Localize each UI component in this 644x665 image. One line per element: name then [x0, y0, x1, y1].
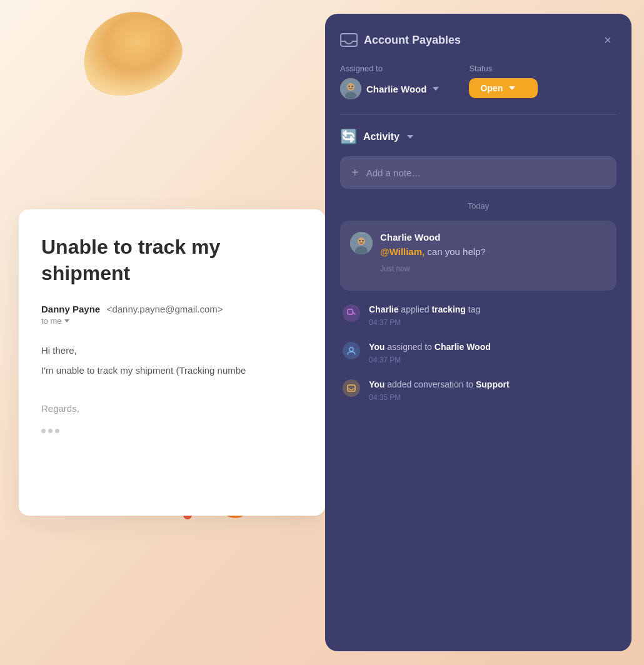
to-me-label[interactable]: to me: [41, 316, 303, 326]
activity-emoji-icon: 🔄: [340, 129, 357, 145]
activity-text-assign: You assigned to Charlie Wood 04:37 PM: [369, 341, 616, 364]
email-greeting: Hi there,: [41, 343, 303, 358]
comment-avatar: [350, 232, 373, 254]
add-note-text: Add a note…: [366, 168, 421, 178]
email-regards: Regards,: [41, 403, 303, 414]
to-me-chevron-icon: [64, 319, 69, 322]
add-note-plus-icon: +: [351, 166, 359, 179]
comment-text: @William, can you help?: [380, 245, 606, 259]
svg-point-5: [351, 86, 353, 87]
activity-chevron-icon: [407, 135, 413, 139]
svg-point-3: [345, 92, 356, 99]
email-body-text: I'm unable to track my shipment (Trackin…: [41, 363, 303, 378]
panel-title: Account Payables: [364, 34, 461, 47]
panel-title-row: Account Payables: [340, 33, 461, 47]
activity-actor-inbox: You: [369, 379, 385, 389]
comment-header: Charlie Wood @William, can you help? Jus…: [350, 232, 606, 273]
activity-time-assign: 04:37 PM: [369, 356, 616, 364]
add-note-button[interactable]: + Add a note…: [340, 156, 616, 189]
activity-item-assign: You assigned to Charlie Wood 04:37 PM: [340, 341, 616, 364]
assignee-avatar: [340, 78, 361, 99]
activity-item-tag: Charlie applied tracking tag 04:37 PM: [340, 303, 616, 327]
comment-time: Just now: [380, 264, 606, 273]
assignment-section: Assigned to Charlie Wood: [340, 64, 616, 99]
activity-actor-assign: You: [369, 342, 385, 352]
activity-desc-assign: You assigned to Charlie Wood: [369, 341, 616, 354]
activity-item-inbox: You added conversation to Support 04:35 …: [340, 378, 616, 402]
activity-header[interactable]: 🔄 Activity: [340, 129, 616, 145]
tag-icon: [343, 304, 360, 322]
status-label: Status: [469, 64, 538, 73]
svg-rect-11: [348, 309, 353, 314]
email-card: Unable to track my shipment Danny Payne …: [19, 209, 325, 516]
email-body: Hi there, I'm unable to track my shipmen…: [41, 343, 303, 378]
email-subject: Unable to track my shipment: [41, 234, 303, 286]
svg-point-4: [348, 86, 350, 87]
comment-content: Charlie Wood @William, can you help? Jus…: [380, 232, 606, 273]
assignee-selector[interactable]: Charlie Wood: [340, 78, 439, 99]
close-button[interactable]: ×: [599, 31, 616, 49]
comment-body: can you help?: [425, 246, 486, 257]
comment-mention: @William,: [380, 246, 425, 257]
activity-time-inbox: 04:35 PM: [369, 393, 616, 402]
svg-point-2: [347, 83, 355, 91]
activity-label: Activity: [363, 131, 400, 142]
assigned-to-group: Assigned to Charlie Wood: [340, 64, 439, 99]
status-group: Status Open: [469, 64, 538, 99]
status-selector[interactable]: Open: [469, 78, 538, 98]
activity-desc-tag: Charlie applied tracking tag: [369, 303, 616, 316]
svg-point-13: [350, 348, 353, 351]
assigned-to-label: Assigned to: [340, 64, 439, 73]
activity-desc-inbox: You added conversation to Support: [369, 378, 616, 391]
email-more-dots[interactable]: [41, 429, 303, 433]
svg-point-10: [362, 240, 363, 241]
assign-icon: [343, 342, 360, 359]
status-value: Open: [480, 83, 503, 93]
activity-time-tag: 04:37 PM: [369, 318, 616, 327]
activity-text-tag: Charlie applied tracking tag 04:37 PM: [369, 303, 616, 327]
right-panel: Account Payables × Assigned to: [325, 14, 631, 651]
status-chevron-icon: [509, 86, 515, 90]
svg-rect-0: [341, 34, 357, 46]
sender-name: Danny Payne: [41, 304, 100, 314]
activity-actor-tag: Charlie: [369, 304, 398, 314]
svg-point-9: [359, 240, 360, 241]
sender-email: <danny.payne@gmail.com>: [107, 304, 223, 314]
inbox-icon: [340, 33, 358, 47]
assignee-name: Charlie Wood: [366, 84, 426, 94]
activity-target-assign: Charlie Wood: [435, 342, 491, 352]
assignee-chevron-icon: [433, 87, 439, 91]
today-separator: Today: [340, 201, 616, 211]
svg-point-7: [358, 238, 365, 245]
activity-text-inbox: You added conversation to Support 04:35 …: [369, 378, 616, 402]
panel-header: Account Payables ×: [340, 31, 616, 49]
comment-card: Charlie Wood @William, can you help? Jus…: [340, 221, 616, 291]
activity-target-tag: tracking: [431, 304, 465, 314]
inbox-act-icon: [343, 379, 360, 397]
email-sender: Danny Payne <danny.payne@gmail.com> to m…: [41, 304, 303, 326]
activity-target-inbox: Support: [476, 379, 510, 389]
section-divider: [340, 114, 616, 115]
decorative-blob: [71, 0, 193, 108]
comment-author: Charlie Wood: [380, 232, 606, 242]
